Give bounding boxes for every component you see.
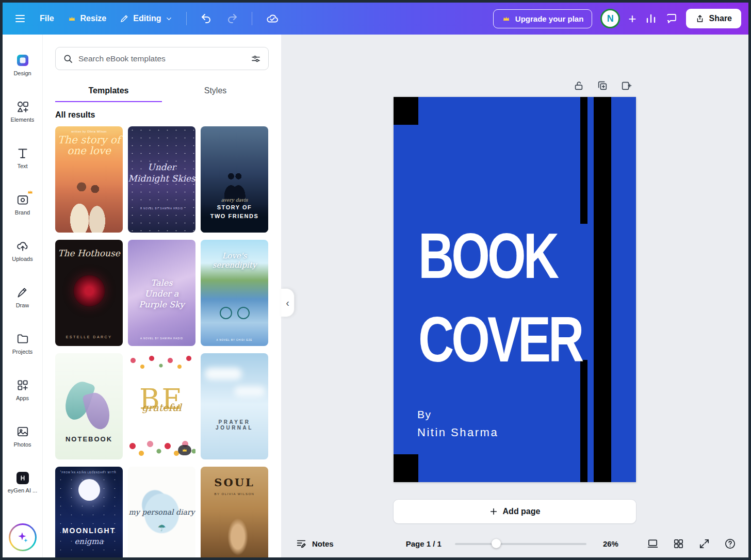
template-card-moonlight-enigma[interactable]: FROM AN ASIAN LEGENDARY MYTH MOONLIGHT e… <box>55 467 123 557</box>
template-title: The story of one love <box>55 135 123 156</box>
template-card-story-of-one-love[interactable]: written by Olivia Wilson The story of on… <box>55 126 123 233</box>
sidebar-label-elements: Elements <box>11 117 35 123</box>
template-byline: A NOVEL BY SAMIRA HADID <box>128 207 195 210</box>
sidebar-label-draw: Draw <box>16 302 29 308</box>
template-card-story-of-two-friends[interactable]: avery davis STORY OF TWO FRIENDS <box>201 126 268 233</box>
notes-icon <box>296 538 307 549</box>
elements-icon <box>16 100 29 113</box>
editing-label: Editing <box>133 14 161 23</box>
results-header: All results <box>55 110 269 120</box>
template-title: NOTEBOOK <box>55 435 123 443</box>
leaf-art <box>82 390 113 432</box>
resize-button[interactable]: Resize <box>68 14 107 23</box>
cover-black-square-top[interactable] <box>394 97 418 125</box>
add-member-icon[interactable]: + <box>628 12 636 25</box>
pro-badge <box>178 445 191 455</box>
umbrella-art: ☂ <box>128 522 195 534</box>
sidebar-item-brand[interactable]: Brand <box>5 184 41 224</box>
duplicate-page-icon[interactable] <box>597 80 608 91</box>
template-title: Under Midnight Skies <box>128 161 195 184</box>
sidebar-item-heygen-ai[interactable]: eyGen AI ... <box>5 463 41 503</box>
menu-icon[interactable] <box>14 12 26 25</box>
template-card-soul[interactable]: SOUL BY OLIVIA WILSON <box>201 467 268 557</box>
editing-mode-dropdown[interactable]: Editing <box>120 14 173 23</box>
zoom-slider-track <box>455 543 586 545</box>
cover-thin-bar-top[interactable] <box>580 97 587 224</box>
add-page-icon[interactable] <box>621 80 632 91</box>
tab-styles[interactable]: Styles <box>162 79 269 102</box>
template-title: Love's serendipity <box>201 251 268 270</box>
sidebar-item-draw[interactable]: Draw <box>5 277 41 317</box>
template-grid: written by Olivia Wilson The story of on… <box>55 126 269 557</box>
magic-assistant-button[interactable] <box>9 523 37 551</box>
text-icon <box>16 146 29 160</box>
sidebar-item-projects[interactable]: Projects <box>5 323 41 364</box>
flower-border-art <box>128 353 195 373</box>
search-input[interactable] <box>78 54 246 63</box>
sidebar-label-apps: Apps <box>16 395 29 401</box>
sidebar-label-heygen: eyGen AI ... <box>8 487 37 493</box>
canvas-area: BOOK COVER By Nitin Sharma Add page Note… <box>281 35 748 557</box>
template-card-prayer-journal[interactable]: PRAYER JOURNAL <box>201 353 268 459</box>
template-card-be-grateful[interactable]: BE grateful <box>128 353 195 459</box>
insights-chart-icon[interactable] <box>645 12 657 25</box>
template-card-the-hothouse[interactable]: The Hothouse ESTELLE DARCY <box>55 240 123 346</box>
design-icon <box>16 54 29 67</box>
template-card-under-midnight-skies[interactable]: Under Midnight Skies A NOVEL BY SAMIRA H… <box>128 126 195 233</box>
template-title: SOUL <box>201 476 268 489</box>
notes-label: Notes <box>312 539 334 548</box>
sidebar-item-elements[interactable]: Elements <box>5 91 41 131</box>
search-box[interactable] <box>55 47 269 70</box>
template-card-loves-serendipity[interactable]: Love's serendipity A NOVEL BY CHIDI EZE <box>201 240 268 346</box>
sidebar-item-text[interactable]: Text <box>5 138 41 178</box>
zoom-slider-thumb[interactable] <box>492 539 501 548</box>
undo-icon[interactable] <box>200 12 213 25</box>
cover-author[interactable]: Nitin Sharma <box>417 426 498 439</box>
template-card-notebook[interactable]: NOTEBOOK <box>55 353 123 459</box>
cover-thin-bar-bottom[interactable] <box>580 360 587 482</box>
toolbar-divider <box>252 12 252 25</box>
sidebar-item-uploads[interactable]: Uploads <box>5 230 41 271</box>
template-card-tales-under-purple-sky[interactable]: Tales Under a Purple Sky A NOVEL BY SAMI… <box>128 240 195 346</box>
folder-icon <box>16 332 29 345</box>
file-button[interactable]: File <box>40 14 54 23</box>
fullscreen-icon[interactable] <box>698 538 710 550</box>
tab-templates[interactable]: Templates <box>55 79 162 102</box>
grid-view-icon[interactable] <box>673 538 684 550</box>
cover-wide-bar[interactable] <box>594 97 611 482</box>
share-button[interactable]: Share <box>686 9 741 28</box>
avatar-initial: N <box>607 13 614 24</box>
cover-by-label[interactable]: By <box>417 408 432 421</box>
sidebar-item-photos[interactable]: Photos <box>5 416 41 456</box>
apps-grid-icon <box>16 378 29 392</box>
book-cover-page[interactable]: BOOK COVER By Nitin Sharma <box>394 97 636 482</box>
notes-button[interactable]: Notes <box>296 538 334 549</box>
sidebar-item-apps[interactable]: Apps <box>5 370 41 410</box>
template-panel: Templates Styles All results written by … <box>43 35 281 557</box>
cover-title-line2[interactable]: COVER <box>418 307 581 372</box>
account-avatar[interactable]: N <box>600 9 620 28</box>
collapse-panel-button[interactable]: ‹ <box>281 288 295 317</box>
moon-art <box>78 479 100 501</box>
upload-cloud-icon <box>16 239 29 253</box>
top-bar: File Resize Editing <box>3 3 748 35</box>
template-eyebrow: written by Olivia Wilson <box>55 130 123 133</box>
add-page-button[interactable]: Add page <box>394 500 636 523</box>
cover-title-line1[interactable]: BOOK <box>418 224 557 288</box>
redo-icon[interactable] <box>226 12 238 25</box>
zoom-slider[interactable] <box>455 539 586 548</box>
filter-icon[interactable] <box>251 54 261 64</box>
heygen-logo-icon <box>17 472 29 484</box>
pages-view-icon[interactable] <box>647 538 659 550</box>
sidebar-label-uploads: Uploads <box>12 256 32 262</box>
template-title: my personal diary <box>128 508 195 516</box>
template-card-my-personal-diary[interactable]: my personal diary ☂ <box>128 467 195 557</box>
page-actions <box>394 80 632 91</box>
upgrade-plan-button[interactable]: Upgrade your plan <box>493 9 593 28</box>
sidebar-item-design[interactable]: Design <box>5 45 41 85</box>
comments-icon[interactable] <box>665 12 678 25</box>
help-icon[interactable] <box>724 538 736 550</box>
unlock-icon[interactable] <box>573 80 584 91</box>
sidebar-label-design: Design <box>13 70 31 76</box>
cover-black-square-bottom[interactable] <box>394 454 418 482</box>
